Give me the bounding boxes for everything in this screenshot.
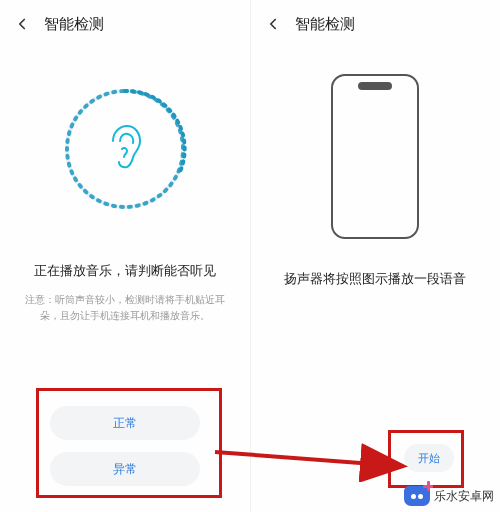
page-title: 智能检测	[295, 15, 355, 34]
watermark-icon	[404, 486, 430, 506]
panel-speaker-test: 智能检测 扬声器将按照图示播放一段语音 开始	[251, 0, 501, 512]
status-text: 正在播放音乐，请判断能否听见	[0, 262, 250, 280]
watermark-text: 乐水安卓网	[434, 488, 494, 505]
start-button[interactable]: 开始	[404, 444, 454, 472]
watermark: 乐水安卓网	[404, 486, 494, 506]
panel-audio-test: 智能检测 正在播放音乐，请判断能否听见 注意：听筒声音较小，检测时	[0, 0, 251, 512]
phone-illustration	[251, 74, 501, 239]
header: 智能检测	[251, 0, 501, 44]
back-icon[interactable]	[12, 14, 32, 34]
button-group: 正常 异常	[0, 406, 250, 486]
page-title: 智能检测	[44, 15, 104, 34]
header: 智能检测	[0, 0, 250, 44]
back-icon[interactable]	[263, 14, 283, 34]
abnormal-button[interactable]: 异常	[50, 452, 200, 486]
progress-circle	[0, 84, 250, 214]
description-text: 扬声器将按照图示播放一段语音	[251, 271, 501, 288]
note-text: 注意：听筒声音较小，检测时请将手机贴近耳朵，且勿让手机连接耳机和播放音乐。	[0, 292, 250, 324]
normal-button[interactable]: 正常	[50, 406, 200, 440]
